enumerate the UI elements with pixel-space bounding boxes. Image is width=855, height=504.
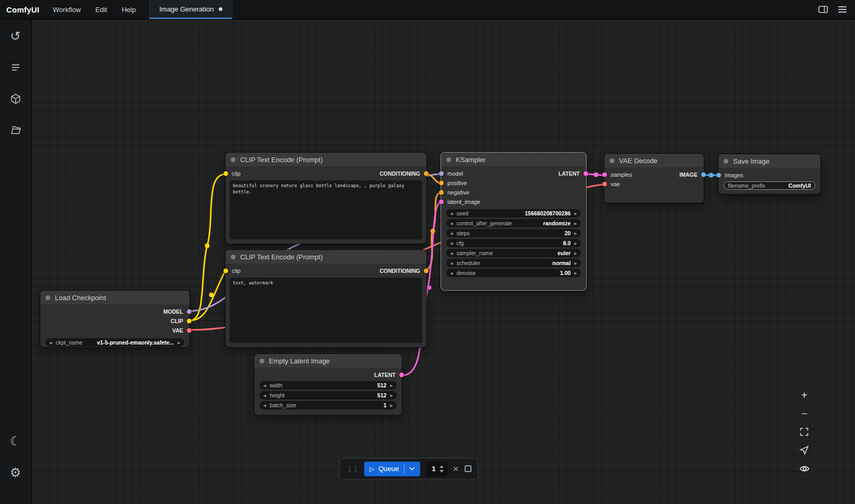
port-negative-input[interactable] [439,190,444,195]
queue-list-icon[interactable] [5,57,26,78]
port-images-input[interactable] [716,173,721,178]
next-value-icon[interactable]: ▶ [575,271,577,275]
menu-workflow[interactable]: Workflow [53,6,81,14]
widget-height[interactable]: ◀ height 512 ▶ [260,391,397,399]
prev-value-icon[interactable]: ◀ [450,222,453,225]
clear-queue-icon[interactable]: × [453,464,459,474]
node-vae-decode[interactable]: VAE Decode samples IMAGE vae [604,154,704,203]
widget-steps[interactable]: ◀ steps 20 ▶ [446,229,581,237]
prev-value-icon[interactable]: ◀ [450,212,453,215]
widget-batch-size[interactable]: ◀ batch_size 1 ▶ [260,401,397,409]
next-value-icon[interactable]: ▶ [390,394,393,397]
port-vae-output[interactable] [187,328,192,333]
node-header[interactable]: Empty Latent Image [254,354,402,368]
next-value-icon[interactable]: ▶ [575,261,577,265]
port-conditioning-output[interactable] [424,171,429,176]
prev-value-icon[interactable]: ◀ [49,341,52,345]
node-ksampler[interactable]: KSampler model LATENT positive negative … [441,153,586,290]
collapse-dot-icon[interactable] [231,255,235,259]
batch-count-input[interactable]: 1 [426,462,447,476]
queue-options-chevron-icon[interactable] [404,465,415,473]
widget-scheduler[interactable]: ◀ scheduler normal ▶ [446,259,581,267]
workflow-history-icon[interactable]: ↺ [5,26,26,47]
widget-ckpt-name[interactable]: ◀ ckpt_name v1-5-pruned-emaonly.safete..… [46,338,184,347]
port-latent-output[interactable] [399,373,404,377]
prev-value-icon[interactable]: ◀ [450,261,453,265]
prev-value-icon[interactable]: ◀ [450,232,453,235]
collapse-dot-icon[interactable] [610,158,614,163]
collapse-dot-icon[interactable] [46,295,50,300]
collapse-dot-icon[interactable] [724,159,728,164]
prompt-textarea[interactable]: text, watermark [230,278,422,343]
pan-mode-button[interactable] [796,443,812,457]
prev-value-icon[interactable]: ◀ [263,384,266,387]
port-clip-input[interactable] [223,269,228,273]
queue-button[interactable]: ▷ Queue [364,462,420,476]
node-header[interactable]: CLIP Text Encode (Prompt) [226,153,426,166]
port-image-output[interactable] [701,173,706,177]
port-latent-output[interactable] [583,171,588,176]
node-header[interactable]: Load Checkpoint [40,291,189,304]
node-header[interactable]: KSampler [441,153,586,166]
node-clip-text-encode-positive[interactable]: CLIP Text Encode (Prompt) clip CONDITION… [226,153,426,244]
settings-gear-icon[interactable]: ⚙ [5,462,26,483]
workflows-folder-icon[interactable] [5,120,26,141]
port-clip-input[interactable] [223,171,228,176]
port-vae-input[interactable] [602,182,607,187]
prev-value-icon[interactable]: ◀ [450,271,453,275]
theme-toggle-moon-icon[interactable]: ☾ [5,431,26,452]
stop-icon[interactable] [465,465,471,472]
fit-view-button[interactable] [796,425,812,439]
widget-sampler-name[interactable]: ◀ sampler_name euler ▶ [446,249,581,257]
node-save-image[interactable]: Save Image images filename_prefix ComfyU… [718,154,820,194]
widget-control-after-generate[interactable]: ◀ control_after_generate randomize ▶ [446,219,581,227]
zoom-out-button[interactable]: − [796,406,812,421]
toggle-visibility-eye-button[interactable] [796,461,812,476]
tab-image-generation[interactable]: Image Generation [149,0,232,19]
port-latent-image-input[interactable] [439,200,444,204]
port-model-input[interactable] [439,171,444,176]
hamburger-menu-icon[interactable] [838,6,847,13]
next-value-icon[interactable]: ▶ [575,222,577,225]
model-library-cube-icon[interactable] [5,88,26,109]
widget-denoise[interactable]: ◀ denoise 1.00 ▶ [446,269,581,277]
node-header[interactable]: VAE Decode [604,154,704,167]
drag-handle-icon[interactable]: ⋮⋮ [346,465,358,473]
widget-filename-prefix[interactable]: filename_prefix ComfyUI [724,181,815,190]
next-value-icon[interactable]: ▶ [575,251,577,255]
decrement-count-icon[interactable] [440,470,444,473]
node-empty-latent-image[interactable]: Empty Latent Image LATENT ◀ width 512 ▶ … [254,354,402,415]
collapse-dot-icon[interactable] [260,359,264,363]
next-value-icon[interactable]: ▶ [178,341,181,345]
port-conditioning-output[interactable] [424,269,429,273]
prev-value-icon[interactable]: ◀ [263,394,266,397]
prev-value-icon[interactable]: ◀ [263,404,266,407]
next-value-icon[interactable]: ▶ [390,384,393,387]
prev-value-icon[interactable]: ◀ [450,242,453,245]
port-clip-output[interactable] [187,319,192,324]
port-model-output[interactable] [187,310,192,314]
node-header[interactable]: CLIP Text Encode (Prompt) [226,250,426,264]
port-positive-input[interactable] [439,181,444,186]
widget-seed[interactable]: ◀ seed 156680208700286 ▶ [446,209,581,217]
increment-count-icon[interactable] [440,465,444,468]
node-load-checkpoint[interactable]: Load Checkpoint MODEL CLIP VAE ◀ ckpt_na… [40,291,189,347]
widget-width[interactable]: ◀ width 512 ▶ [260,381,397,390]
next-value-icon[interactable]: ▶ [575,242,577,245]
node-clip-text-encode-negative[interactable]: CLIP Text Encode (Prompt) clip CONDITION… [226,250,426,347]
next-value-icon[interactable]: ▶ [575,232,577,235]
prompt-textarea[interactable]: beautiful scenery nature glass bottle la… [230,180,422,239]
prev-value-icon[interactable]: ◀ [450,251,453,255]
port-samples-input[interactable] [602,173,607,177]
collapse-dot-icon[interactable] [231,157,235,162]
zoom-in-button[interactable]: + [796,388,812,403]
next-value-icon[interactable]: ▶ [575,212,577,215]
widget-cfg[interactable]: ◀ cfg 8.0 ▶ [446,239,581,247]
toggle-right-panel-icon[interactable] [818,6,828,13]
menu-edit[interactable]: Edit [95,6,107,14]
collapse-dot-icon[interactable] [446,157,451,162]
node-header[interactable]: Save Image [718,154,820,168]
next-value-icon[interactable]: ▶ [390,404,393,407]
menu-help[interactable]: Help [122,6,136,14]
unsaved-indicator-dot [219,7,222,11]
